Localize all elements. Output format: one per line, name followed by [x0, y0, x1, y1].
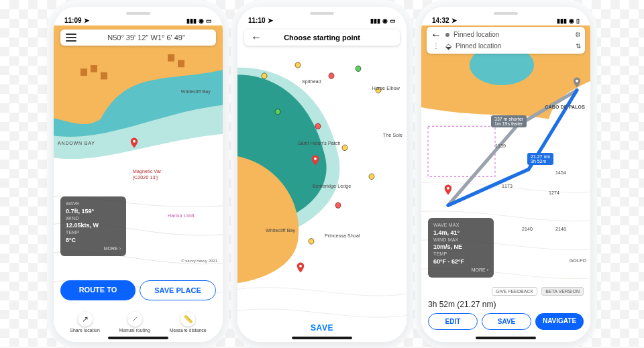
weather-more[interactable]: MORE ›	[433, 267, 488, 273]
sel-route-line2: 3h 52m	[531, 159, 550, 164]
swap-icon[interactable]: ⇅	[576, 42, 581, 50]
wind-label: WIND	[66, 215, 121, 221]
phone-1: 11:09➤ ▮▮▮ ◉ ▭ N50° 39' 12" W1° 6' 49"	[54, 7, 223, 342]
svg-rect-6	[178, 60, 184, 67]
wave-value: 1.4m, 41°	[433, 229, 488, 237]
edit-button[interactable]: EDIT	[428, 313, 478, 330]
home-indicator[interactable]	[108, 337, 168, 339]
nautical-chart[interactable]: Spithead Horse Elbow Saint Helen's Patch…	[237, 25, 407, 342]
bottom-sheet: GIVE FEEDBACK BETA VERSION 3h 52m (21.27…	[421, 283, 590, 342]
signal-icon: ▮▮▮	[186, 17, 197, 24]
header-bar: ← Choose starting point	[244, 30, 400, 46]
weather-panel[interactable]: WAVE MAX 1.4m, 41° WIND MAX 10m/s, NE TE…	[428, 218, 494, 277]
temp-value: 8°C	[66, 236, 121, 244]
wave-value: 0.7ft, 159°	[66, 207, 121, 215]
nautical-chart[interactable]: Whitecliff Bay ANDOWN BAY Magnetic Var […	[54, 25, 223, 342]
svg-point-15	[342, 145, 347, 151]
battery-icon: ▯	[576, 17, 580, 24]
start-field[interactable]: Pinned location	[453, 31, 571, 38]
wifi-icon: ◉	[569, 17, 574, 24]
svg-point-9	[295, 62, 301, 68]
svg-rect-2	[80, 68, 87, 76]
svg-point-18	[309, 238, 314, 244]
weather-more[interactable]: MORE ›	[66, 245, 121, 251]
route-header: ← Pinned location ⚙ ⋮ ⬙ Pinned location …	[427, 27, 585, 54]
nautical-chart[interactable]: CABO DE PALOS GOLFO 1472 1454 1139 1173 …	[421, 25, 590, 342]
tool-row: ↗ Share location ⟋ Manual routing 📏 Meas…	[54, 312, 223, 333]
phone-2: 11:10➤ ▮▮▮ ◉ ▭ ← Choose starting point	[237, 7, 407, 342]
save-button[interactable]: SAVE	[237, 323, 407, 333]
notch	[101, 7, 175, 19]
manual-routing-tool[interactable]: ⟋ Manual routing	[119, 312, 150, 333]
location-icon: ➤	[84, 17, 89, 24]
end-marker-icon: ⬙	[445, 42, 451, 51]
home-indicator[interactable]	[292, 337, 352, 339]
status-icons: ▮▮▮ ◉ ▭	[186, 17, 212, 24]
home-indicator[interactable]	[476, 337, 536, 339]
wind-label: WIND MAX	[433, 237, 488, 243]
signal-icon: ▮▮▮	[370, 17, 380, 24]
svg-point-11	[356, 66, 361, 72]
share-location-tool[interactable]: ↗ Share location	[70, 312, 100, 333]
svg-point-16	[369, 173, 374, 179]
settings-icon[interactable]: ⚙	[575, 31, 581, 38]
clock: 11:10	[248, 17, 266, 24]
wifi-icon: ◉	[199, 17, 204, 24]
svg-point-13	[275, 109, 280, 115]
temp-label: TEMP	[66, 229, 121, 235]
route-to-button[interactable]: ROUTE TO	[60, 280, 136, 300]
save-button[interactable]: SAVE	[482, 313, 531, 330]
wave-label: WAVE MAX	[433, 222, 488, 228]
notch	[469, 7, 543, 19]
coords-field[interactable]: N50° 39' 12" W1° 6' 49"	[82, 34, 211, 42]
sel-route-line1: 21.27 nm	[531, 154, 550, 159]
beta-badge: BETA VERSION	[541, 287, 584, 296]
svg-point-17	[335, 202, 341, 208]
back-button[interactable]: ←	[431, 30, 441, 40]
route-icon: ⟋	[127, 312, 142, 327]
clock: 11:09	[64, 17, 82, 24]
save-place-button[interactable]: SAVE PLACE	[140, 280, 216, 300]
location-icon: ➤	[268, 17, 273, 24]
location-icon: ➤	[451, 17, 457, 24]
alt-route-line1: 337 m shorter	[494, 117, 523, 121]
give-feedback-button[interactable]: GIVE FEEDBACK	[492, 287, 537, 296]
svg-point-14	[315, 123, 321, 129]
menu-icon[interactable]	[66, 34, 76, 42]
wave-label: WAVE	[66, 200, 121, 207]
route-summary: 3h 52m (21.27 nm)	[428, 300, 584, 309]
notch	[285, 7, 359, 19]
svg-rect-5	[168, 54, 174, 61]
tool-label: Manual routing	[119, 328, 150, 333]
svg-point-8	[262, 72, 267, 78]
start-dot-icon	[445, 33, 449, 37]
wind-value: 10m/s, NE	[433, 243, 488, 251]
selected-route-badge[interactable]: 21.27 nm 3h 52m	[527, 153, 553, 165]
status-icons: ▮▮▮ ◉ ▭	[370, 17, 396, 24]
navigate-button[interactable]: NAVIGATE	[535, 313, 584, 330]
measure-distance-tool[interactable]: 📏 Measure distance	[169, 312, 206, 333]
back-button[interactable]: ←	[251, 32, 262, 43]
signal-icon: ▮▮▮	[557, 17, 567, 24]
header-title: Choose starting point	[284, 34, 360, 42]
end-field[interactable]: Pinned location	[455, 42, 572, 50]
battery-icon: ▭	[390, 17, 396, 24]
alt-route-line2: 1m 19s faster	[494, 121, 523, 126]
tool-label: Share location	[70, 328, 100, 333]
overflow-icon[interactable]: ⋮	[431, 42, 441, 50]
phone-3: 14:32➤ ▮▮▮ ◉ ▯ ← Pinned location ⚙ ⋮ ⬙ P…	[421, 7, 590, 342]
wind-value: 12.05kts, W	[66, 221, 121, 229]
svg-rect-4	[101, 72, 107, 79]
ruler-icon: 📏	[180, 312, 195, 327]
chart-svg	[237, 25, 407, 342]
svg-rect-3	[91, 65, 97, 72]
clock: 14:32	[432, 17, 449, 24]
search-bar[interactable]: N50° 39' 12" W1° 6' 49"	[60, 30, 216, 46]
battery-icon: ▭	[206, 17, 212, 24]
share-icon: ↗	[78, 312, 93, 327]
weather-panel[interactable]: WAVE 0.7ft, 159° WIND 12.05kts, W TEMP 8…	[60, 196, 126, 255]
alt-route-badge[interactable]: 337 m shorter 1m 19s faster	[491, 115, 527, 127]
temp-label: TEMP	[433, 251, 488, 257]
wifi-icon: ◉	[382, 17, 388, 24]
tool-label: Measure distance	[169, 328, 206, 333]
